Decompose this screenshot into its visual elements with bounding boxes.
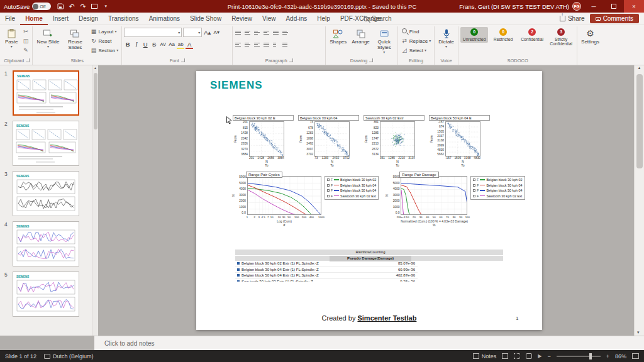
undo-icon[interactable]: ↶ — [66, 1, 77, 12]
change-case-button[interactable]: Aa — [168, 40, 175, 49]
font-size-combo[interactable]: ▾ — [183, 28, 202, 37]
zoom-level[interactable]: 86% — [615, 353, 626, 359]
legend-item[interactable]: FBelgian block 30 kph 02 — [327, 178, 376, 182]
font-dialog-launcher[interactable] — [181, 58, 185, 62]
menu-tab-home[interactable]: Home — [20, 13, 48, 25]
decrease-font-icon[interactable]: A▾ — [213, 28, 220, 37]
select-button[interactable]: ◿Select▾ — [400, 46, 432, 55]
search-box[interactable]: Search — [364, 15, 392, 22]
settings-button[interactable]: ⚙ Settings — [579, 27, 601, 46]
legend-item[interactable]: FBelgian block 30 kph 04 — [473, 184, 522, 187]
copy-button[interactable]: ◫ — [21, 36, 30, 45]
increase-font-icon[interactable]: A▴ — [203, 28, 211, 37]
legend-checkbox-icon[interactable] — [473, 184, 475, 187]
cut-button[interactable]: ✂ — [21, 27, 30, 36]
slide-thumbnail-5[interactable]: SIEMENS — [13, 272, 79, 317]
zoom-slider-thumb[interactable] — [589, 353, 592, 359]
scroll-down-icon[interactable]: ▾ — [637, 330, 640, 335]
table-row[interactable]: Saw tooth 30 kph 02 Extr (1) FL:Spindle:… — [235, 279, 418, 282]
zoom-slider[interactable] — [557, 356, 601, 357]
comments-button[interactable]: Comments — [590, 14, 639, 23]
slide-thumbnail-1[interactable]: SIEMENS — [13, 70, 79, 116]
bold-button[interactable]: B — [124, 40, 131, 49]
menu-tab-view[interactable]: View — [257, 13, 281, 25]
vertical-scrollbar[interactable]: ▴▾ — [634, 65, 644, 336]
normal-view-icon[interactable] — [502, 353, 508, 359]
menu-tab-design[interactable]: Design — [74, 13, 103, 25]
slide-thumbnail-4[interactable]: SIEMENS — [13, 221, 79, 266]
reading-view-icon[interactable] — [526, 353, 532, 359]
indent-decrease-icon[interactable] — [253, 28, 262, 36]
slide-thumbnail-2[interactable]: SIEMENS — [13, 121, 79, 166]
footer-link[interactable]: Simcenter Testlab — [357, 314, 416, 322]
legend-checkbox-icon[interactable] — [473, 178, 475, 181]
menu-tab-help[interactable]: Help — [312, 13, 335, 25]
menu-tab-review[interactable]: Review — [226, 13, 257, 25]
menu-tab-file[interactable]: File — [0, 13, 20, 25]
align-center-icon[interactable] — [244, 40, 252, 48]
justify-icon[interactable] — [263, 40, 271, 48]
drawing-dialog-launcher[interactable] — [369, 58, 373, 62]
fit-to-window-icon[interactable] — [632, 353, 639, 359]
language-selector[interactable]: Dutch (Belgium) — [44, 353, 94, 359]
slideshow-view-icon[interactable]: ▶ — [538, 353, 541, 359]
legend-item[interactable]: FBelgian block 30 kph 04 — [327, 184, 376, 187]
table-row[interactable]: Belgian block 30 kph 02 Extr (1) FL:Spin… — [235, 261, 418, 267]
sensitivity-restricted-button[interactable]: 0Restricted — [489, 27, 517, 43]
zoom-in-button[interactable]: + — [606, 353, 609, 359]
menu-tab-animations[interactable]: Animations — [144, 13, 185, 25]
reuse-slides-button[interactable]: Reuse Slides — [62, 27, 87, 52]
redo-icon[interactable]: ↷ — [77, 1, 89, 12]
autosave-toggle[interactable]: AutoSave Off — [4, 3, 51, 10]
columns-icon[interactable] — [272, 40, 280, 48]
menu-tab-add-ins[interactable]: Add-ins — [280, 13, 312, 25]
section-button[interactable]: ▤Section▾ — [89, 46, 119, 55]
line-spacing-icon[interactable] — [272, 28, 280, 36]
highlight-color-button[interactable]: ab — [177, 40, 184, 49]
slide-thumbnail-3[interactable]: SIEMENS — [13, 171, 79, 216]
share-button[interactable]: Share — [560, 15, 585, 22]
replace-button[interactable]: ⇄Replace▾ — [400, 36, 432, 45]
legend-item[interactable]: FBelgian block 50 kph 04 — [327, 189, 376, 192]
legend-item[interactable]: FSawtooth 30 kph 02 Ext — [473, 194, 522, 198]
bullets-icon[interactable] — [235, 28, 243, 36]
close-button[interactable]: × — [624, 0, 644, 13]
smartart-icon[interactable] — [282, 40, 290, 48]
menu-tab-transitions[interactable]: Transitions — [103, 13, 144, 25]
layout-button[interactable]: ▦Layout▾ — [89, 27, 119, 36]
indent-increase-icon[interactable] — [263, 28, 271, 36]
legend-checkbox-icon[interactable] — [473, 189, 475, 192]
reset-button[interactable]: ↻Reset — [89, 36, 119, 45]
menu-tab-insert[interactable]: Insert — [48, 13, 74, 25]
strikethrough-button[interactable]: S — [150, 40, 158, 49]
menu-tab-slide-show[interactable]: Slide Show — [185, 13, 226, 25]
minimize-button[interactable]: ─ — [584, 0, 604, 13]
quick-access-customize-icon[interactable]: ▾ — [100, 1, 111, 12]
thumbnail-scrollbar-thumb[interactable] — [94, 73, 97, 129]
font-name-combo[interactable]: ▾ — [124, 28, 182, 37]
align-left-icon[interactable] — [235, 40, 243, 48]
format-painter-button[interactable]: ✎ — [21, 46, 30, 55]
shapes-button[interactable]: Shapes — [328, 27, 348, 46]
dictate-button[interactable]: Dictate ▾ — [436, 27, 456, 50]
save-icon[interactable] — [55, 1, 66, 12]
legend-checkbox-icon[interactable] — [327, 195, 330, 197]
user-avatar[interactable]: FG — [572, 2, 581, 11]
clipboard-dialog-launcher[interactable] — [26, 58, 30, 62]
new-slide-button[interactable]: New Slide ▾ — [35, 27, 61, 50]
notes-pane[interactable]: Click to add notes — [94, 336, 644, 350]
thumbnail-scrollbar[interactable]: ▴ — [92, 65, 98, 336]
legend-item[interactable]: FBelgian block 50 kph 04 — [473, 189, 522, 192]
legend-checkbox-icon[interactable] — [327, 184, 330, 187]
notes-toggle-button[interactable]: Notes — [473, 353, 497, 359]
table-row[interactable]: Belgian block 50 kph 04 Extr (1) FL:Spin… — [235, 273, 418, 279]
text-direction-icon[interactable] — [282, 28, 290, 36]
slide-editor[interactable]: SIEMENS Belgian block 30 kph 02 EFrom201… — [196, 71, 542, 330]
legend-checkbox-icon[interactable] — [327, 189, 330, 192]
quick-styles-button[interactable]: Quick Styles ▾ — [373, 27, 396, 55]
arrange-button[interactable]: Arrange — [350, 27, 371, 46]
numbering-icon[interactable] — [244, 28, 252, 36]
underline-button[interactable]: U — [142, 40, 149, 49]
sensitivity-strictly-confidential-button[interactable]: 3Strictly Confidential — [547, 27, 575, 48]
find-button[interactable]: Find — [400, 27, 432, 36]
